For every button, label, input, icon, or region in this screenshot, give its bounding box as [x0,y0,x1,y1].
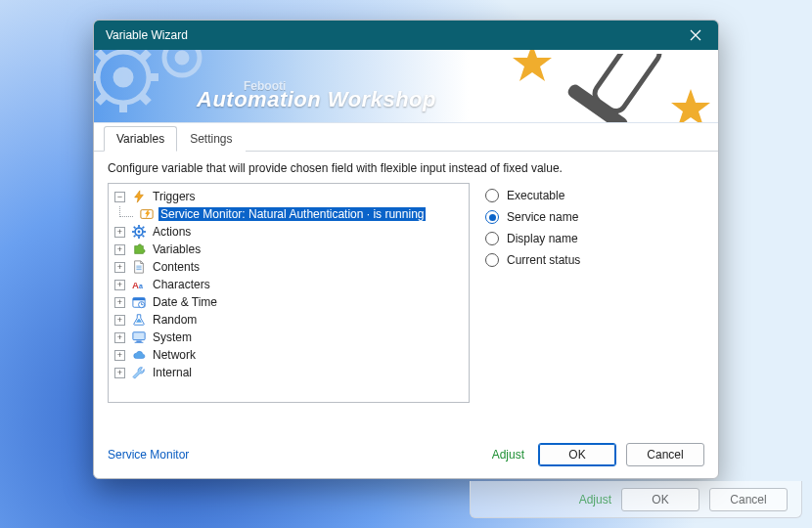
service-icon [139,206,155,222]
adjust-link[interactable]: Adjust [492,448,524,462]
tab-bar: Variables Settings [94,125,718,152]
svg-line-27 [134,227,136,229]
radio-service-name[interactable]: Service name [485,206,704,228]
tab-settings[interactable]: Settings [177,126,245,152]
cancel-button[interactable]: Cancel [626,443,704,466]
variable-wizard-window: Variable Wizard [93,20,719,479]
svg-point-3 [115,69,131,85]
svg-line-10 [142,52,149,59]
svg-point-22 [138,231,141,234]
tree-node-label: Contents [151,260,202,274]
content-pane: Configure variable that will provide cho… [94,152,718,433]
star-icon [513,50,552,83]
flask-icon [131,312,147,328]
tree-node-variables[interactable]: +Variables [111,241,467,258]
tree-node-triggers[interactable]: −Triggers [111,188,467,205]
svg-rect-41 [133,332,145,340]
close-button[interactable] [681,21,710,50]
radio-label: Current status [507,253,580,267]
expand-toggle[interactable]: + [114,297,125,308]
tree-node-network[interactable]: +Network [111,346,467,364]
expand-toggle[interactable]: + [114,244,125,255]
svg-point-13 [177,53,187,63]
tree-node-label: Internal [151,366,194,379]
adjust-link-ghost: Adjust [579,493,611,506]
banner-text: Febooti Automation Workshop [197,79,436,112]
radio-label: Service name [507,210,578,224]
expand-toggle[interactable]: + [114,315,125,326]
tree-node-service-monitor-natural-authentication-is-running[interactable]: Service Monitor: Natural Authentication … [111,205,467,223]
svg-text:A: A [132,280,139,290]
radio-current-status[interactable]: Current status [485,249,704,271]
radio-display-name[interactable]: Display name [485,228,704,249]
expand-toggle[interactable]: + [114,262,125,273]
titlebar: Variable Wizard [94,21,718,50]
footer: Service Monitor Adjust OK Cancel [94,433,718,478]
tree-node-internal[interactable]: +Internal [111,364,467,381]
svg-text:a: a [139,283,143,289]
expand-toggle[interactable]: + [114,332,125,343]
svg-marker-14 [513,50,552,81]
tree-node-date-time[interactable]: +Date & Time [111,293,467,311]
window-title: Variable Wizard [106,28,681,42]
expand-toggle[interactable]: + [114,280,125,290]
svg-marker-18 [135,191,144,202]
tree-node-label: Network [151,348,198,362]
radio-pane: ExecutableService nameDisplay nameCurren… [481,183,704,433]
tree-node-label: Random [151,313,199,327]
wrench-icon [131,365,147,380]
clock-icon [131,294,147,310]
close-icon [690,29,701,41]
tree-node-label: Characters [151,278,212,291]
svg-line-8 [98,52,105,59]
doc-icon [131,259,147,275]
ok-button[interactable]: OK [538,443,616,466]
tree-connector [119,206,133,217]
svg-line-29 [143,227,145,229]
radio-circle-icon [485,189,499,202]
puzzle-icon [131,242,147,257]
product-label: Automation Workshop [197,87,436,112]
tree-node-contents[interactable]: +Contents [111,258,467,276]
service-monitor-link[interactable]: Service Monitor [108,448,189,462]
chars-icon: Aa [131,277,147,292]
tree-pane[interactable]: −TriggersService Monitor: Natural Authen… [108,183,470,403]
cancel-button-ghost: Cancel [709,488,788,511]
radio-circle-icon [485,232,499,245]
tree-node-label: Actions [151,225,193,239]
expand-toggle[interactable]: + [114,350,125,361]
radio-executable[interactable]: Executable [485,185,704,206]
radio-label: Display name [507,232,578,245]
body-row: −TriggersService Monitor: Natural Authen… [108,183,704,433]
tree-node-system[interactable]: +System [111,329,467,346]
svg-line-28 [143,236,145,238]
wand-icon [552,54,679,122]
banner: Febooti Automation Workshop [94,50,718,123]
tree-node-label: Date & Time [151,295,219,309]
cloud-icon [131,347,147,363]
svg-line-30 [134,236,136,238]
tab-variables[interactable]: Variables [104,126,177,152]
expand-toggle[interactable]: + [114,368,125,378]
tree-node-label: Service Monitor: Natural Authentication … [158,207,426,221]
svg-line-9 [142,96,149,103]
background-window-footer: Adjust OK Cancel [470,481,802,518]
svg-line-11 [98,96,105,103]
tree-node-label: System [151,330,194,344]
description-text: Configure variable that will provide cho… [108,161,704,175]
collapse-toggle[interactable]: − [114,192,125,202]
svg-rect-37 [133,298,145,301]
expand-toggle[interactable]: + [114,227,125,238]
radio-circle-icon [485,253,499,267]
tree-node-characters[interactable]: +AaCharacters [111,276,467,293]
tree-node-random[interactable]: +Random [111,311,467,329]
svg-rect-42 [136,341,141,342]
ok-button-ghost: OK [621,488,699,511]
monitor-icon [131,330,147,345]
radio-circle-icon [485,210,499,224]
bolt-icon [131,189,147,204]
gear-icon [131,224,147,240]
tree-node-label: Variables [151,242,203,256]
tree-node-actions[interactable]: +Actions [111,223,467,241]
radio-label: Executable [507,189,564,202]
